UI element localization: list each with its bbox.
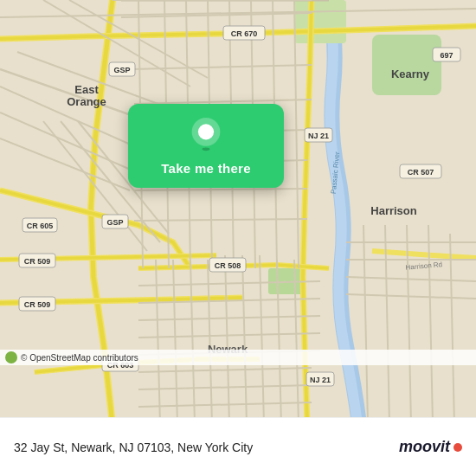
svg-text:Orange: Orange bbox=[67, 95, 106, 108]
svg-text:GSP: GSP bbox=[113, 66, 130, 74]
svg-text:Harrison: Harrison bbox=[370, 204, 417, 217]
attribution-bar: © OpenStreetMap contributors bbox=[0, 350, 476, 365]
location-pin bbox=[189, 118, 223, 152]
svg-text:CR 670: CR 670 bbox=[231, 29, 258, 38]
svg-text:NJ 21: NJ 21 bbox=[310, 376, 331, 384]
map-container: CR 670 697 GSP GSP NJ 21 NJ 21 CR 507 CR… bbox=[0, 0, 476, 424]
svg-text:CR 508: CR 508 bbox=[215, 261, 241, 270]
svg-text:CR 507: CR 507 bbox=[408, 168, 434, 177]
moovit-text: moovit bbox=[399, 438, 450, 456]
moovit-logo: moovit bbox=[399, 438, 462, 456]
svg-text:East: East bbox=[74, 83, 99, 96]
svg-text:CR 605: CR 605 bbox=[27, 222, 54, 230]
address-text: 32 Jay St, Newark, NJ 07103, New York Ci… bbox=[14, 441, 399, 454]
callout-card: Take me there bbox=[128, 104, 284, 188]
svg-point-90 bbox=[198, 124, 214, 139]
svg-text:CR 509: CR 509 bbox=[24, 257, 51, 266]
moovit-dot-icon bbox=[453, 443, 462, 452]
attribution-text: © OpenStreetMap contributors bbox=[21, 353, 138, 363]
svg-text:697: 697 bbox=[440, 51, 453, 60]
svg-text:NJ 21: NJ 21 bbox=[308, 132, 329, 140]
take-me-there-button[interactable]: Take me there bbox=[161, 161, 251, 176]
svg-rect-1 bbox=[372, 35, 441, 95]
osm-logo-icon bbox=[5, 351, 17, 363]
svg-point-91 bbox=[202, 148, 209, 151]
svg-rect-2 bbox=[294, 0, 346, 43]
info-bar: 32 Jay St, Newark, NJ 07103, New York Ci… bbox=[0, 417, 476, 476]
svg-text:CR 509: CR 509 bbox=[24, 300, 51, 309]
svg-text:Kearny: Kearny bbox=[391, 68, 430, 80]
svg-text:GSP: GSP bbox=[106, 218, 123, 227]
